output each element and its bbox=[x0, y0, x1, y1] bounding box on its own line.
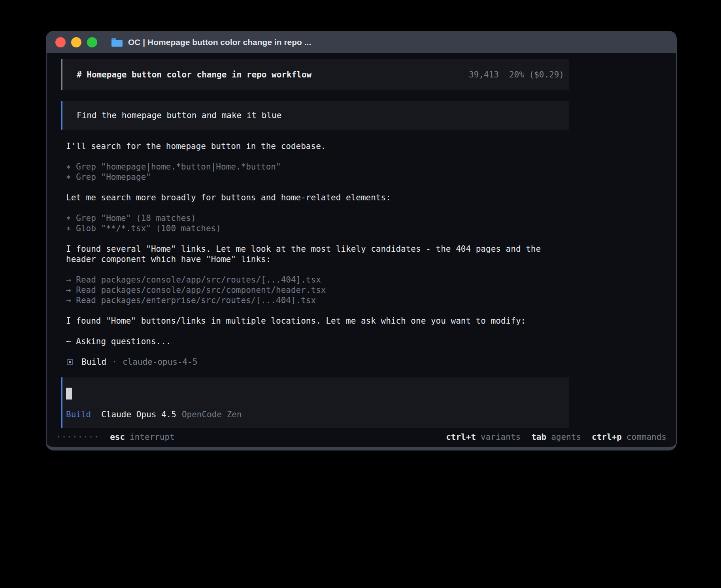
window-title: OC | Homepage button color change in rep… bbox=[128, 38, 311, 47]
text-cursor bbox=[66, 388, 72, 400]
session-header: # Homepage button color change in repo w… bbox=[61, 59, 569, 90]
tool-call-grep: ∗ Grep "homepage|home.*button|Home.*butt… bbox=[66, 162, 569, 172]
tool-call-group: ∗ Grep "Home" (18 matches) ∗ Glob "**/*.… bbox=[66, 213, 569, 234]
titlebar-title-group: OC | Homepage button color change in rep… bbox=[111, 38, 311, 47]
keybind-label: interrupt bbox=[130, 432, 175, 442]
close-button[interactable] bbox=[55, 37, 66, 47]
agent-model: claude-opus-4-5 bbox=[123, 357, 198, 367]
keybind-commands: ctrl+pcommands bbox=[592, 432, 666, 442]
keybind-key: esc bbox=[110, 432, 125, 442]
zoom-button[interactable] bbox=[87, 37, 97, 47]
keybind-key: ctrl+t bbox=[446, 432, 476, 442]
session-stats: 39,413 20% ($0.29) bbox=[469, 70, 564, 79]
tool-call-read: → Read packages/console/app/src/routes/[… bbox=[66, 275, 569, 285]
working-status: ~ Asking questions... bbox=[66, 336, 569, 347]
context-usage: 20% ($0.29) bbox=[509, 70, 564, 79]
window-titlebar[interactable]: OC | Homepage button color change in rep… bbox=[47, 32, 676, 53]
tool-call-glob: ∗ Glob "**/*.tsx" (100 matches) bbox=[66, 223, 569, 234]
agent-name: Build bbox=[81, 357, 106, 367]
folder-icon bbox=[111, 38, 123, 47]
progress-dots: ········ bbox=[56, 432, 99, 442]
keybind-key: ctrl+p bbox=[592, 432, 622, 442]
provider-label: OpenCode Zen bbox=[182, 410, 242, 419]
minimize-button[interactable] bbox=[71, 37, 81, 47]
keybind-label: commands bbox=[627, 432, 666, 442]
tool-call-grep: ∗ Grep "Homepage" bbox=[66, 172, 569, 182]
terminal-content: # Homepage button color change in repo w… bbox=[47, 53, 676, 442]
tool-call-read: → Read packages/enterprise/src/routes/[.… bbox=[66, 295, 569, 305]
status-bar-right: ctrl+tvariants tabagents ctrl+pcommands bbox=[446, 432, 666, 442]
assistant-paragraph: I found several "Home" links. Let me loo… bbox=[66, 244, 569, 264]
keybind-label: agents bbox=[551, 432, 581, 442]
tool-call-read: → Read packages/console/app/src/componen… bbox=[66, 285, 569, 295]
status-bar-left: ········ escinterrupt bbox=[56, 432, 175, 442]
conversation-column: # Homepage button color change in repo w… bbox=[61, 59, 569, 428]
agent-mode-label[interactable]: Build bbox=[66, 410, 91, 419]
user-message-text: Find the homepage button and make it blu… bbox=[77, 111, 281, 120]
traffic-lights bbox=[55, 37, 97, 47]
input-meta-row: Build Claude Opus 4.5 OpenCode Zen bbox=[66, 410, 564, 419]
agent-separator: · bbox=[112, 357, 117, 367]
agent-build-icon bbox=[67, 359, 73, 365]
keybind-agents: tabagents bbox=[531, 432, 581, 442]
session-title: # Homepage button color change in repo w… bbox=[77, 70, 311, 79]
keybind-interrupt: escinterrupt bbox=[110, 432, 175, 442]
token-count: 39,413 bbox=[469, 70, 499, 79]
agent-status-row: Build · claude-opus-4-5 bbox=[67, 357, 569, 367]
status-bar: ········ escinterrupt ctrl+tvariants tab… bbox=[56, 432, 666, 442]
assistant-transcript: I'll search for the homepage button in t… bbox=[66, 141, 569, 367]
keybind-label: variants bbox=[481, 432, 521, 442]
terminal-window: OC | Homepage button color change in rep… bbox=[46, 31, 677, 450]
model-label: Claude Opus 4.5 bbox=[101, 410, 176, 419]
tool-call-grep: ∗ Grep "Home" (18 matches) bbox=[66, 213, 569, 223]
assistant-paragraph: Let me search more broadly for buttons a… bbox=[66, 192, 569, 203]
assistant-paragraph: I'll search for the homepage button in t… bbox=[66, 141, 569, 151]
keybind-variants: ctrl+tvariants bbox=[446, 432, 521, 442]
prompt-input[interactable]: Build Claude Opus 4.5 OpenCode Zen bbox=[61, 377, 569, 428]
tool-call-group: → Read packages/console/app/src/routes/[… bbox=[66, 275, 569, 305]
assistant-paragraph: I found "Home" buttons/links in multiple… bbox=[66, 316, 569, 326]
keybind-key: tab bbox=[531, 432, 546, 442]
tool-call-group: ∗ Grep "homepage|home.*button|Home.*butt… bbox=[66, 162, 569, 182]
user-message: Find the homepage button and make it blu… bbox=[61, 101, 569, 130]
